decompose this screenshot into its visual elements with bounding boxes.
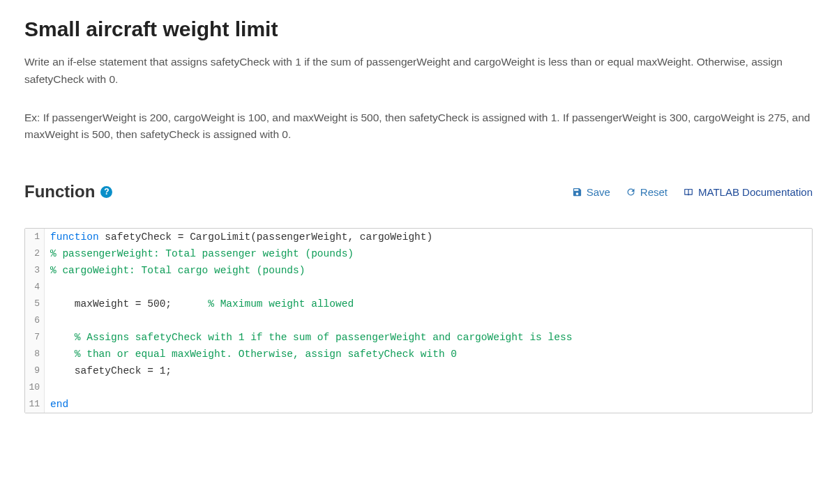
code-line[interactable]: 3% cargoWeight: Total cargo weight (poun… [25, 262, 812, 279]
matlab-docs-link[interactable]: MATLAB Documentation [683, 186, 813, 198]
code-content[interactable]: % than or equal maxWeight. Otherwise, as… [45, 346, 457, 362]
line-number: 8 [25, 346, 45, 362]
code-line[interactable]: 8 % than or equal maxWeight. Otherwise, … [25, 346, 812, 362]
code-content[interactable] [45, 279, 50, 296]
save-label: Save [587, 186, 610, 198]
line-number: 10 [25, 379, 45, 396]
save-icon [572, 187, 582, 197]
problem-description: Write an if-else statement that assigns … [24, 54, 813, 144]
code-line[interactable]: 10 [25, 379, 812, 396]
line-number: 9 [25, 362, 45, 379]
code-content[interactable]: % Assigns safetyCheck with 1 if the sum … [45, 329, 572, 346]
code-line[interactable]: 9 safetyCheck = 1; [25, 362, 812, 379]
book-icon [683, 187, 694, 197]
code-content[interactable] [45, 312, 50, 329]
line-number: 2 [25, 245, 45, 262]
code-line[interactable]: 11end [25, 396, 812, 413]
line-number: 7 [25, 329, 45, 346]
code-content[interactable]: function safetyCheck = CargoLimit(passen… [45, 229, 432, 245]
docs-label: MATLAB Documentation [698, 186, 813, 198]
code-line[interactable]: 5 maxWeight = 500; % Maximum weight allo… [25, 296, 812, 312]
code-line[interactable]: 6 [25, 312, 812, 329]
line-number: 11 [25, 396, 45, 413]
code-content[interactable]: % passengerWeight: Total passenger weigh… [45, 245, 354, 262]
code-line[interactable]: 2% passengerWeight: Total passenger weig… [25, 245, 812, 262]
reset-label: Reset [640, 186, 668, 198]
save-button[interactable]: Save [572, 186, 610, 198]
line-number: 3 [25, 262, 45, 279]
code-content[interactable]: safetyCheck = 1; [45, 362, 172, 379]
help-icon[interactable]: ? [100, 186, 112, 198]
reset-icon [626, 187, 636, 197]
code-content[interactable]: maxWeight = 500; % Maximum weight allowe… [45, 296, 354, 312]
line-number: 1 [25, 229, 45, 245]
code-line[interactable]: 4 [25, 279, 812, 296]
code-line[interactable]: 1function safetyCheck = CargoLimit(passe… [25, 229, 812, 245]
line-number: 6 [25, 312, 45, 329]
page-title: Small aircraft weight limit [24, 17, 813, 41]
code-content[interactable]: % cargoWeight: Total cargo weight (pound… [45, 262, 305, 279]
code-line[interactable]: 7 % Assigns safetyCheck with 1 if the su… [25, 329, 812, 346]
line-number: 4 [25, 279, 45, 296]
code-content[interactable] [45, 379, 50, 396]
description-paragraph-1: Write an if-else statement that assigns … [24, 54, 813, 89]
section-title: Function [24, 182, 95, 201]
code-content[interactable]: end [45, 396, 68, 413]
reset-button[interactable]: Reset [626, 186, 668, 198]
description-paragraph-2: Ex: If passengerWeight is 200, cargoWeig… [24, 109, 813, 144]
line-number: 5 [25, 296, 45, 312]
code-editor[interactable]: 1function safetyCheck = CargoLimit(passe… [24, 228, 813, 413]
function-header-row: Function ? Save Reset MATLAB Documentati… [24, 182, 813, 201]
